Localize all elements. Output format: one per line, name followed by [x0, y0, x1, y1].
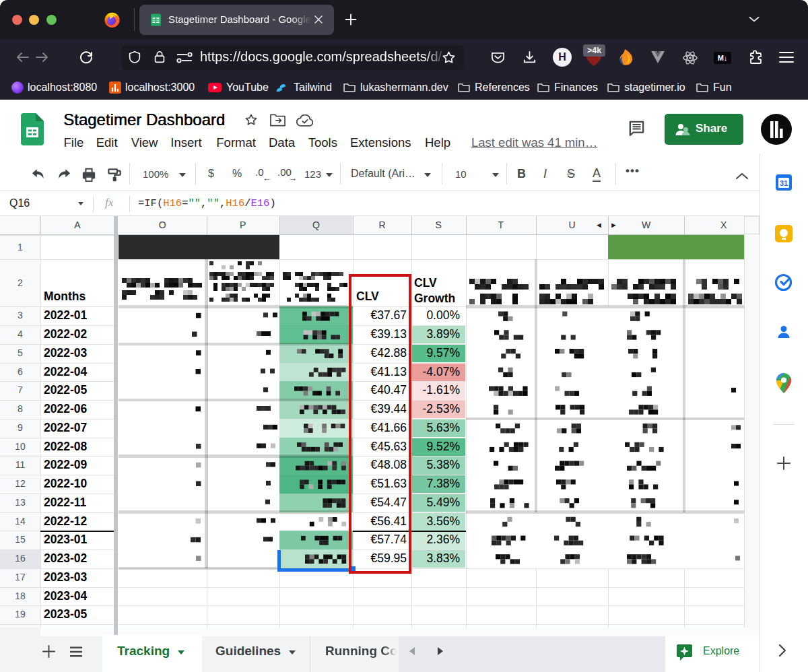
svg-text:31: 31 — [780, 179, 788, 187]
